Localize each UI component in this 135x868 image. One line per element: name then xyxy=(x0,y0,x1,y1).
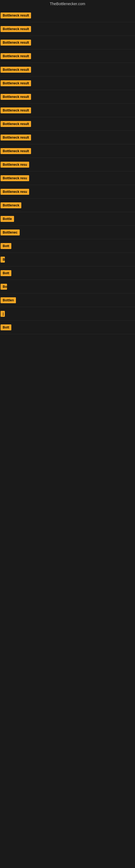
list-item: Bottleneck result xyxy=(0,117,135,131)
bottleneck-result-bar[interactable]: Bo xyxy=(1,284,7,290)
list-item: Bottleneck result xyxy=(0,76,135,90)
bottleneck-result-bar[interactable]: Bottleneck resu xyxy=(1,175,29,181)
bottleneck-result-bar[interactable]: | xyxy=(1,311,5,317)
bottleneck-result-bar[interactable]: Bottleneck result xyxy=(1,148,31,154)
list-item: Bottleneck resu xyxy=(0,185,135,198)
bottleneck-result-bar[interactable]: Bottlenec xyxy=(1,229,20,236)
bottleneck-result-bar[interactable]: Bottle xyxy=(1,216,14,222)
bottleneck-result-bar[interactable]: Bottleneck result xyxy=(1,94,31,100)
bottleneck-result-bar[interactable]: Bottleneck result xyxy=(1,53,31,59)
list-item: Bottleneck result xyxy=(0,104,135,117)
list-item: Bottleneck result xyxy=(0,36,135,50)
bottleneck-result-bar[interactable]: Bott xyxy=(1,243,11,249)
list-item: Bottleneck result xyxy=(0,9,135,22)
site-title: TheBottlenecker.com xyxy=(0,0,135,9)
bottleneck-result-bar[interactable]: Bottleneck resu xyxy=(1,189,29,195)
list-item: Bottleneck result xyxy=(0,90,135,104)
bottleneck-result-bar[interactable]: Bottleneck result xyxy=(1,121,31,127)
list-item: Bottleneck result xyxy=(0,131,135,144)
list-item: Bo xyxy=(0,280,135,293)
bottleneck-result-bar[interactable]: Bottleneck result xyxy=(1,67,31,73)
list-item: | xyxy=(0,307,135,321)
list-item: Bottleneck xyxy=(0,198,135,212)
list-item: Bottleneck result xyxy=(0,63,135,76)
list-item: Bottlenec xyxy=(0,226,135,239)
bottleneck-result-bar[interactable]: Bottleneck resu xyxy=(1,162,29,167)
list-item: B xyxy=(0,253,135,267)
bottleneck-result-bar[interactable]: Bottleneck result xyxy=(1,80,31,86)
list-item: Bott xyxy=(0,321,135,334)
bottleneck-result-bar[interactable]: Bott xyxy=(1,270,11,276)
list-item: Bottleneck result xyxy=(0,144,135,158)
bottleneck-result-bar[interactable]: B xyxy=(1,257,5,262)
list-item: Bottleneck resu xyxy=(0,172,135,185)
bottleneck-result-bar[interactable]: Bottleneck xyxy=(1,203,21,208)
list-item: Bottleneck resu xyxy=(0,158,135,172)
list-item: Bottleneck result xyxy=(0,22,135,36)
list-item: Bott xyxy=(0,267,135,280)
bottleneck-result-bar[interactable]: Bottleneck result xyxy=(1,26,31,32)
bottleneck-result-bar[interactable]: Bottleneck result xyxy=(1,107,31,113)
bottleneck-result-bar[interactable]: Bottlen xyxy=(1,297,16,303)
list-item: Bottleneck result xyxy=(0,50,135,63)
list-item: Bottlen xyxy=(0,293,135,307)
bottleneck-result-bar[interactable]: Bottleneck result xyxy=(1,40,31,45)
list-item: Bottle xyxy=(0,212,135,226)
bottleneck-result-bar[interactable]: Bottleneck result xyxy=(1,12,31,19)
list-item: Bott xyxy=(0,239,135,253)
bottleneck-result-bar[interactable]: Bott xyxy=(1,324,11,330)
bottleneck-result-bar[interactable]: Bottleneck result xyxy=(1,134,31,141)
